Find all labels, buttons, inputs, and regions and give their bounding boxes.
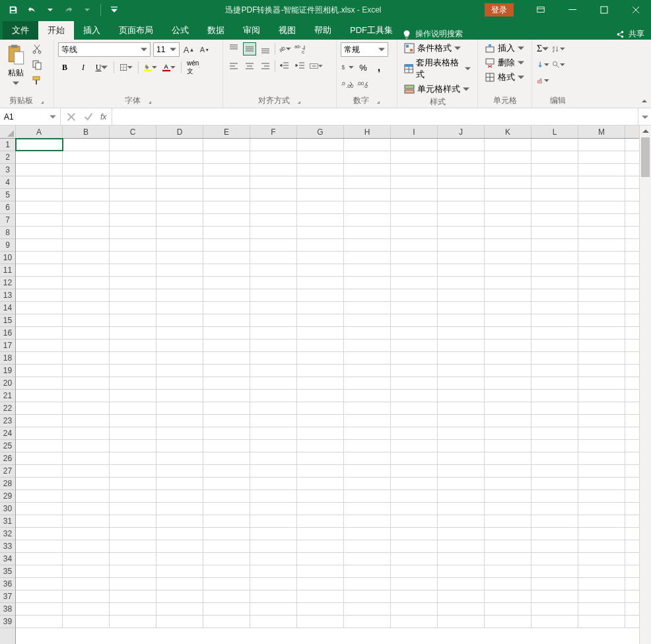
cell[interactable] — [391, 528, 438, 540]
cell[interactable] — [250, 151, 297, 163]
cell[interactable] — [391, 503, 438, 515]
cell[interactable] — [438, 365, 485, 376]
cell[interactable] — [297, 239, 344, 251]
tab-insert[interactable]: 插入 — [74, 21, 110, 40]
cell[interactable] — [344, 176, 391, 188]
cell[interactable] — [156, 528, 203, 540]
cell[interactable] — [485, 340, 531, 351]
cell[interactable] — [250, 176, 297, 188]
cell[interactable] — [578, 176, 625, 188]
cell[interactable] — [297, 528, 344, 540]
cell[interactable] — [156, 340, 203, 351]
cell[interactable] — [391, 603, 438, 615]
cell[interactable] — [391, 302, 438, 314]
cell[interactable] — [297, 340, 344, 351]
cell[interactable] — [63, 528, 110, 540]
cell[interactable] — [297, 565, 344, 577]
row-header[interactable]: 16 — [0, 327, 15, 340]
cell[interactable] — [578, 540, 625, 552]
cell[interactable] — [578, 377, 625, 389]
cell[interactable] — [156, 603, 203, 615]
cell[interactable] — [110, 528, 156, 540]
cell[interactable] — [438, 478, 485, 489]
cell[interactable] — [63, 302, 110, 314]
cell[interactable] — [578, 277, 625, 289]
cell[interactable] — [344, 327, 391, 339]
cell[interactable] — [16, 452, 63, 464]
cell[interactable] — [344, 289, 391, 301]
cell[interactable] — [156, 553, 203, 565]
cell[interactable] — [344, 616, 391, 627]
cell[interactable] — [250, 201, 297, 213]
cell[interactable] — [531, 603, 578, 615]
cell[interactable] — [485, 277, 531, 289]
cell[interactable] — [250, 277, 297, 289]
cell[interactable] — [250, 553, 297, 565]
cell[interactable] — [344, 528, 391, 540]
comma-format-icon[interactable]: , — [372, 61, 386, 74]
column-header[interactable]: H — [344, 125, 391, 138]
cell[interactable] — [203, 227, 250, 238]
tab-view[interactable]: 视图 — [269, 21, 305, 40]
cell[interactable] — [203, 440, 250, 452]
cell[interactable] — [531, 528, 578, 540]
cell[interactable] — [344, 590, 391, 602]
cell[interactable] — [250, 415, 297, 427]
row-header[interactable]: 24 — [0, 427, 15, 440]
column-header[interactable]: I — [391, 125, 438, 138]
cell[interactable] — [16, 227, 63, 238]
cell[interactable] — [203, 465, 250, 477]
cell[interactable] — [63, 189, 110, 201]
cell[interactable] — [250, 264, 297, 276]
cell[interactable] — [438, 503, 485, 515]
cell[interactable] — [391, 465, 438, 477]
cell[interactable] — [297, 327, 344, 339]
row-header[interactable]: 34 — [0, 553, 15, 565]
cell[interactable] — [110, 490, 156, 502]
cell[interactable] — [63, 340, 110, 351]
cell[interactable] — [250, 452, 297, 464]
cell[interactable] — [156, 264, 203, 276]
cell[interactable] — [203, 139, 250, 151]
cell[interactable] — [203, 565, 250, 577]
cell[interactable] — [485, 151, 531, 163]
undo-icon[interactable] — [24, 2, 40, 18]
cell[interactable] — [110, 139, 156, 151]
cell[interactable] — [531, 478, 578, 489]
cell[interactable] — [63, 139, 110, 151]
cell[interactable] — [531, 340, 578, 351]
row-header[interactable]: 29 — [0, 490, 15, 503]
cell[interactable] — [485, 616, 531, 627]
cell[interactable] — [344, 503, 391, 515]
share-button[interactable]: 共享 — [615, 28, 644, 40]
cell[interactable] — [297, 553, 344, 565]
row-header[interactable]: 21 — [0, 390, 15, 402]
cell[interactable] — [438, 515, 485, 527]
cell[interactable] — [485, 264, 531, 276]
cell[interactable] — [203, 402, 250, 414]
cell[interactable] — [485, 553, 531, 565]
cell[interactable] — [63, 565, 110, 577]
cell[interactable] — [578, 402, 625, 414]
decrease-font-icon[interactable]: A▼ — [198, 43, 211, 56]
cell[interactable] — [344, 490, 391, 502]
cell[interactable] — [63, 590, 110, 602]
cell[interactable] — [531, 540, 578, 552]
cell[interactable] — [578, 365, 625, 376]
cell[interactable] — [531, 201, 578, 213]
cell[interactable] — [391, 314, 438, 326]
cell[interactable] — [63, 201, 110, 213]
cell[interactable] — [297, 377, 344, 389]
row-header[interactable]: 36 — [0, 578, 15, 590]
cell[interactable] — [438, 578, 485, 590]
cell[interactable] — [297, 352, 344, 364]
cell[interactable] — [391, 578, 438, 590]
cell[interactable] — [156, 427, 203, 439]
cell[interactable] — [531, 239, 578, 251]
cell[interactable] — [578, 616, 625, 627]
cell[interactable] — [156, 277, 203, 289]
cell[interactable] — [297, 590, 344, 602]
cell[interactable] — [344, 402, 391, 414]
column-header[interactable]: L — [531, 125, 578, 138]
cell[interactable] — [110, 402, 156, 414]
